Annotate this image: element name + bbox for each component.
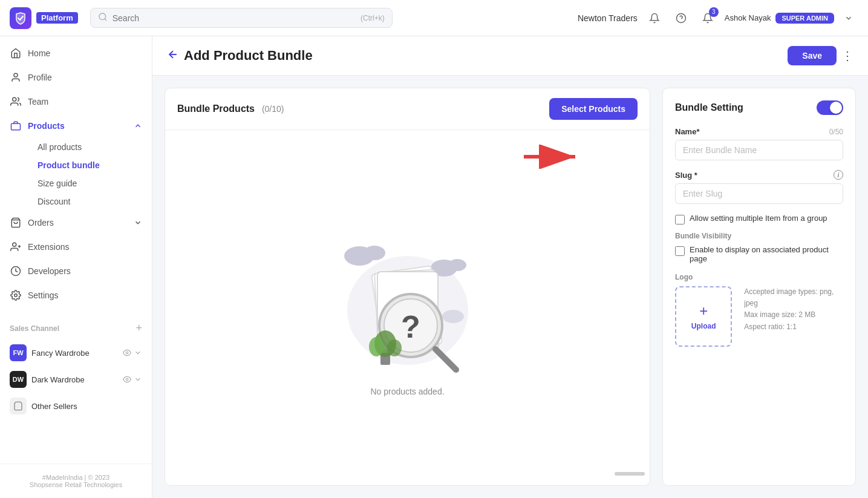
header-actions: Save ⋮ (788, 46, 853, 65)
fancy-wardrobe-label: Fancy Wardrobe (31, 349, 118, 358)
bundle-name-input[interactable] (675, 140, 843, 160)
sidebar-label-orders: Orders (28, 218, 128, 228)
back-button[interactable] (167, 48, 179, 64)
team-icon (10, 96, 22, 108)
sidebar-footer: #MadeInIndia | © 2023 Shopsense Retail T… (0, 464, 152, 498)
fancy-wardrobe-avatar: FW (10, 344, 27, 361)
logo-group: Logo + Upload Accepted image types: png,… (675, 273, 843, 347)
sidebar: Home Profile Team (0, 36, 152, 498)
fancy-wardrobe-icons (123, 349, 142, 357)
alert-btn[interactable]: 3 (698, 8, 717, 28)
more-options-btn[interactable]: ⋮ (841, 48, 853, 63)
svg-text:?: ? (401, 309, 420, 344)
bundle-products-title: Bundle Products (177, 103, 255, 114)
sidebar-nav: Home Profile Team (0, 36, 152, 312)
slug-label: Slug * i (675, 170, 843, 180)
help-btn[interactable] (671, 8, 691, 28)
products-icon (10, 120, 22, 132)
search-shortcut: (Ctrl+k) (361, 14, 385, 22)
svg-point-4 (14, 73, 18, 77)
store-name: Newton Traders (578, 13, 638, 23)
settings-header: Bundle Setting (675, 100, 843, 115)
page-body: Bundle Products (0/10) Select Products (152, 76, 868, 498)
user-name: Ashok Nayak (725, 13, 771, 22)
svg-point-8 (13, 243, 16, 246)
slug-form-group: Slug * i (675, 170, 843, 204)
orders-icon (10, 217, 22, 229)
allow-multiple-checkbox[interactable] (675, 215, 685, 224)
visibility-heading: Bundle Visibility (675, 232, 843, 240)
sidebar-item-extensions[interactable]: Extensions (0, 235, 152, 259)
bundle-products-title-area: Bundle Products (0/10) (177, 103, 284, 114)
user-icon (10, 71, 22, 84)
other-sellers-icon (10, 398, 27, 414)
save-button[interactable]: Save (788, 46, 837, 65)
sidebar-label-extensions: Extensions (28, 242, 69, 252)
sidebar-item-discount[interactable]: Discount (28, 192, 152, 211)
other-sellers-label: Other Sellers (31, 402, 142, 411)
select-products-button[interactable]: Select Products (549, 98, 638, 120)
bundle-products-header: Bundle Products (0/10) Select Products (165, 88, 650, 130)
sidebar-sub-products: All products Product bundle Size guide D… (0, 138, 152, 211)
logo-upload-area[interactable]: + Upload (675, 286, 732, 347)
bundle-setting-toggle[interactable] (817, 100, 843, 115)
logo-info-line2: Max image size: 2 MB (744, 309, 843, 321)
sidebar-item-settings[interactable]: Settings (0, 283, 152, 307)
svg-rect-6 (11, 123, 21, 130)
dark-wardrobe-avatar: DW (10, 371, 27, 388)
svg-point-13 (126, 352, 128, 354)
content-area: Add Product Bundle Save ⋮ Bundle Product… (152, 36, 868, 498)
name-char-count: 0/50 (829, 128, 843, 136)
logo-info: Accepted image types: png, jpeg Max imag… (739, 286, 843, 333)
logo-text: Platform (36, 12, 78, 24)
sidebar-label-home: Home (28, 48, 50, 58)
add-channel-btn[interactable]: + (135, 322, 142, 335)
search-input[interactable] (113, 13, 356, 23)
top-bar-right: Newton Traders 3 Ashok Nayak SUPER ADMIN (578, 8, 858, 28)
slug-info-icon[interactable]: i (834, 170, 843, 180)
svg-point-22 (448, 259, 466, 271)
upload-plus-icon: + (699, 303, 708, 319)
search-bar[interactable]: (Ctrl+k) (90, 8, 393, 28)
sidebar-item-home[interactable]: Home (0, 41, 152, 65)
svg-point-0 (99, 13, 106, 20)
svg-line-1 (105, 19, 106, 21)
developers-icon (10, 265, 22, 277)
home-icon (10, 47, 22, 59)
sidebar-item-size-guide[interactable]: Size guide (28, 174, 152, 192)
top-bar: Platform (Ctrl+k) Newton Traders 3 Ashok… (0, 0, 868, 36)
user-info: Ashok Nayak SUPER ADMIN (725, 8, 858, 28)
upload-label: Upload (691, 322, 716, 330)
bundle-products-panel: Bundle Products (0/10) Select Products (165, 88, 650, 486)
sidebar-label-settings: Settings (28, 290, 59, 300)
bundle-slug-input[interactable] (675, 183, 843, 204)
notification-count: 3 (709, 7, 719, 17)
page-title: Add Product Bundle (184, 48, 313, 64)
allow-multiple-label: Allow setting multiple Item from a group (690, 214, 827, 223)
sidebar-channel-dark[interactable]: DW Dark Wardrobe (0, 366, 152, 393)
toggle-knob (830, 102, 842, 114)
sidebar-item-team[interactable]: Team (0, 90, 152, 114)
logo-area: Platform (10, 7, 78, 29)
logo-info-line1: Accepted image types: png, jpeg (744, 286, 843, 309)
sidebar-item-orders[interactable]: Orders (0, 211, 152, 235)
sidebar-item-profile[interactable]: Profile (0, 65, 152, 90)
sidebar-item-developers[interactable]: Developers (0, 259, 152, 283)
sidebar-channel-fancy[interactable]: FW Fancy Wardrobe (0, 339, 152, 366)
extensions-icon (10, 241, 22, 253)
svg-point-33 (369, 337, 383, 356)
sidebar-item-all-products[interactable]: All products (28, 138, 152, 156)
sidebar-label-developers: Developers (28, 266, 71, 276)
bundle-count: (0/10) (262, 104, 284, 114)
notifications-btn[interactable] (645, 8, 664, 28)
svg-point-12 (15, 294, 18, 297)
svg-point-34 (387, 339, 402, 356)
sidebar-channel-other[interactable]: Other Sellers (0, 393, 152, 419)
visibility-checkbox[interactable] (675, 246, 685, 256)
sidebar-item-products[interactable]: Products (0, 114, 152, 138)
user-menu-btn[interactable] (839, 8, 858, 28)
bundle-products-body: ? No products added. (165, 130, 650, 485)
visibility-row: Enable to display on associated product … (675, 245, 843, 263)
settings-icon (10, 289, 22, 301)
sidebar-item-product-bundle[interactable]: Product bundle (28, 156, 152, 174)
